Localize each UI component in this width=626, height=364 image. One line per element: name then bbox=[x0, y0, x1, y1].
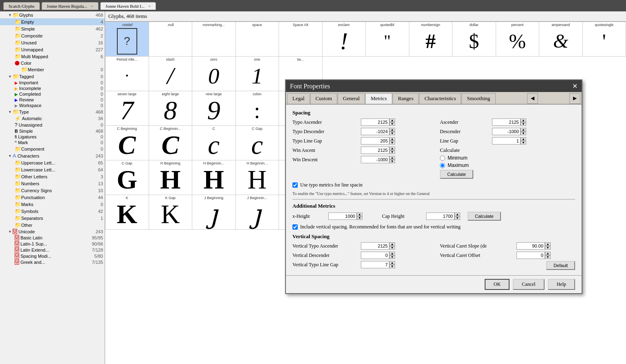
glyph-cell-slash[interactable]: slash / bbox=[149, 57, 192, 91]
v-typo-ascender-down[interactable]: ▼ bbox=[389, 246, 395, 250]
sidebar-item-empty[interactable]: 📁 Empty 4 bbox=[0, 18, 105, 25]
tab-scatch[interactable]: Scatch Glyphs bbox=[3, 2, 40, 10]
expand-unicode[interactable]: ▼ bbox=[8, 230, 12, 234]
sidebar-item-unicode[interactable]: ▼ U Unicode 243 bbox=[0, 228, 105, 235]
sidebar-item-latinextend[interactable]: U Latin Extend... 7/128 bbox=[0, 247, 105, 253]
sidebar-item-composite[interactable]: 📁 Composite 2 bbox=[0, 32, 105, 39]
tab-legal[interactable]: Legal bbox=[287, 93, 310, 104]
sidebar-item-separators[interactable]: 📁 Separators 1 bbox=[0, 215, 105, 221]
glyph-cell-jbeginning2[interactable]: J Beginnin... ȷ bbox=[235, 195, 279, 230]
sidebar-item-multimapped[interactable]: 📁 Multi Mapped 6 bbox=[0, 53, 105, 60]
tab-prev[interactable]: ◀ bbox=[527, 93, 538, 104]
ascender-up[interactable]: ▲ bbox=[521, 118, 526, 122]
glyph-cell-cbeginning1[interactable]: C Beginning C bbox=[105, 126, 149, 160]
sidebar-item-glyphs[interactable]: ▼ 📁 Glyphs 468 bbox=[0, 11, 105, 18]
v-caret-offset-input[interactable] bbox=[516, 252, 545, 259]
use-typo-checkbox[interactable] bbox=[292, 182, 298, 188]
tab-metrics[interactable]: Metrics bbox=[365, 93, 392, 104]
sidebar-item-punctuation[interactable]: 📁 Punctuation 44 bbox=[0, 194, 105, 201]
glyph-cell-colon[interactable]: colon : bbox=[235, 91, 279, 126]
win-descent-down[interactable]: ▼ bbox=[389, 160, 395, 163]
default-button[interactable]: Default bbox=[546, 261, 575, 270]
v-caret-offset-down[interactable]: ▼ bbox=[545, 255, 551, 259]
glyph-cell-zero[interactable]: zero 0 bbox=[192, 57, 236, 91]
sidebar-item-numbers[interactable]: 📁 Numbers 13 bbox=[0, 180, 105, 187]
descender-down[interactable]: ▼ bbox=[521, 132, 526, 135]
v-descender-up[interactable]: ▲ bbox=[389, 252, 395, 255]
sidebar-item-important[interactable]: ▶ Important 0 bbox=[0, 80, 105, 86]
sidebar-item-incomplete[interactable]: ▶ Incomplete 0 bbox=[0, 86, 105, 91]
sidebar-item-unused[interactable]: 📁 Unused 16 bbox=[0, 39, 105, 46]
sidebar-item-tagged[interactable]: ▼ 📁 Tagged 0 bbox=[0, 73, 105, 80]
glyph-cell-hbeginning2[interactable]: H Beginnin... H bbox=[192, 160, 236, 195]
v-typo-ascender-up[interactable]: ▲ bbox=[389, 242, 395, 246]
v-descender-down[interactable]: ▼ bbox=[389, 255, 395, 259]
glyph-cell-space[interactable]: space bbox=[235, 22, 279, 57]
v-caret-slope-input[interactable] bbox=[516, 242, 545, 250]
glyph-cell-spacealt[interactable]: Space Alt bbox=[279, 22, 323, 57]
minimum-radio[interactable] bbox=[440, 156, 445, 161]
sidebar-item-component[interactable]: 📁 Component 0 bbox=[0, 145, 105, 152]
sidebar-item-other[interactable]: 📁 Other bbox=[0, 221, 105, 228]
v-descender-input[interactable] bbox=[361, 252, 389, 259]
glyph-cell-ampersand[interactable]: ampersand & bbox=[539, 22, 583, 57]
v-typo-ascender-input[interactable] bbox=[361, 242, 389, 250]
v-caret-slope-up[interactable]: ▲ bbox=[545, 242, 551, 246]
glyph-cell-one[interactable]: one 1 bbox=[235, 57, 279, 91]
capheight-input[interactable] bbox=[426, 213, 455, 220]
close-tab-bold[interactable]: × bbox=[148, 4, 151, 9]
expand-glyphs[interactable]: ▼ bbox=[8, 13, 12, 17]
sidebar-item-symbols[interactable]: 📁 Symbols 42 bbox=[0, 208, 105, 215]
win-ascent-down[interactable]: ▼ bbox=[389, 150, 395, 154]
typo-linegap-input[interactable] bbox=[361, 137, 389, 145]
tab-jonne-regular[interactable]: Jonne Haven Regula... × bbox=[42, 2, 99, 10]
xheight-input[interactable] bbox=[328, 213, 357, 220]
typo-descender-input[interactable] bbox=[361, 128, 389, 135]
capheight-up[interactable]: ▲ bbox=[455, 213, 460, 216]
typo-ascender-input[interactable] bbox=[361, 118, 389, 126]
sidebar-item-simple2[interactable]: B Simple 468 bbox=[0, 128, 105, 134]
sidebar-item-greekand[interactable]: U Greek and... 7/135 bbox=[0, 259, 105, 265]
sidebar-item-simple[interactable]: 📁 Simple 462 bbox=[0, 25, 105, 32]
typo-ascender-down[interactable]: ▼ bbox=[389, 122, 395, 126]
sidebar-item-unassigned[interactable]: ? Unassigned 0 bbox=[0, 122, 105, 128]
v-caret-slope-down[interactable]: ▼ bbox=[545, 246, 551, 250]
v-linegap-input[interactable] bbox=[361, 261, 389, 268]
glyph-cell-k[interactable]: K K bbox=[105, 195, 149, 230]
ok-button[interactable]: OK bbox=[485, 279, 510, 290]
v-caret-offset-up[interactable]: ▲ bbox=[545, 252, 551, 255]
descender-input[interactable] bbox=[492, 128, 521, 135]
xheight-up[interactable]: ▲ bbox=[357, 213, 362, 216]
glyph-cell-percent[interactable]: percent % bbox=[496, 22, 539, 57]
sidebar-item-characters[interactable]: ▼ A Characters 243 bbox=[0, 152, 105, 159]
glyph-cell-eightlarge[interactable]: eight large 8 bbox=[149, 91, 192, 126]
sidebar-item-latin1sup[interactable]: U Latin-1 Sup... 90/96 bbox=[0, 241, 105, 247]
glyph-cell-numbersign[interactable]: numbersign # bbox=[409, 22, 452, 57]
glyph-cell-periodalt[interactable]: Period Alte... · bbox=[105, 57, 149, 91]
include-vertical-checkbox[interactable] bbox=[292, 224, 298, 230]
win-descent-input[interactable] bbox=[361, 156, 389, 163]
sidebar-item-member[interactable]: 📁 Member 0 bbox=[0, 66, 105, 73]
dialog-close-button[interactable]: ✕ bbox=[572, 82, 578, 90]
sidebar-item-type[interactable]: ▼ 📁 Type 468 bbox=[0, 108, 105, 115]
linegap-input[interactable] bbox=[492, 137, 521, 145]
ascender-down[interactable]: ▼ bbox=[521, 122, 526, 126]
win-descent-up[interactable]: ▲ bbox=[389, 156, 395, 160]
glyph-cell-ninelarge[interactable]: nine large 9 bbox=[192, 91, 236, 126]
glyph-cell-nonmarking[interactable]: nonmarking... bbox=[192, 22, 236, 57]
sidebar-item-review[interactable]: ▶ Review 0 bbox=[0, 97, 105, 103]
sidebar-item-color[interactable]: ⬤ Color bbox=[0, 60, 105, 66]
calculate-button[interactable]: Calculate bbox=[440, 170, 473, 179]
typo-descender-up[interactable]: ▲ bbox=[389, 128, 395, 132]
maximum-radio[interactable] bbox=[440, 163, 445, 168]
glyph-cell-quotedbl[interactable]: quotedbl " bbox=[366, 22, 409, 57]
glyph-cell-sevenlarge[interactable]: seven large 7 bbox=[105, 91, 149, 126]
sidebar-item-ligatures[interactable]: fi Ligatures 0 bbox=[0, 134, 105, 140]
expand-characters[interactable]: ▼ bbox=[8, 154, 12, 158]
sidebar-item-mark[interactable]: ^ Mark 0 bbox=[0, 140, 105, 145]
linegap-down[interactable]: ▼ bbox=[521, 141, 526, 145]
cancel-button[interactable]: Cancel bbox=[513, 279, 544, 290]
tab-custom[interactable]: Custom bbox=[310, 93, 337, 104]
v-linegap-down[interactable]: ▼ bbox=[389, 265, 395, 268]
typo-descender-down[interactable]: ▼ bbox=[389, 132, 395, 135]
